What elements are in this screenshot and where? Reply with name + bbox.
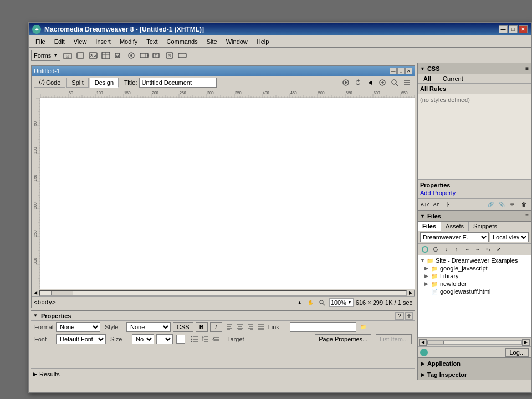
css-edit-btn[interactable]: ✏ <box>508 200 518 209</box>
css-add-property-link[interactable]: Add Property <box>420 190 529 196</box>
css-dot-btn[interactable]: ·|· <box>442 200 452 209</box>
style-select[interactable]: None <box>126 322 171 332</box>
page-properties-btn[interactable]: Page Properties... <box>315 334 371 344</box>
h-scroll-left-btn[interactable]: ◀ <box>419 339 427 346</box>
css-attach-btn[interactable]: 📎 <box>497 200 507 209</box>
minimize-button[interactable]: — <box>499 25 508 33</box>
ordered-list-btn[interactable]: 1.2.3. <box>200 334 210 344</box>
connect-btn[interactable] <box>420 245 430 254</box>
scroll-right-btn[interactable]: ▶ <box>407 290 415 296</box>
zoom-tool-btn[interactable] <box>317 298 327 308</box>
expand-files-btn[interactable]: ⤢ <box>494 245 504 254</box>
css-tab-all[interactable]: All <box>418 74 437 83</box>
bold-button[interactable]: B <box>196 322 208 332</box>
menu-insert[interactable]: Insert <box>91 37 115 46</box>
files-scroll-thumb[interactable] <box>427 341 444 344</box>
view-design-btn[interactable]: Design <box>90 78 119 88</box>
insert-checkbox-btn[interactable] <box>112 49 125 62</box>
check-in-btn[interactable]: → <box>473 245 483 254</box>
sync-btn[interactable]: ⇆ <box>483 245 493 254</box>
view-mode-select[interactable]: Local view <box>490 232 529 242</box>
doc-close-btn[interactable]: ✕ <box>405 68 412 74</box>
files-tab-files[interactable]: Files <box>418 222 441 231</box>
tree-site-root[interactable]: ▼ 📁 Site - Dreamweaver Examples <box>418 257 531 264</box>
nav-right-btn[interactable] <box>377 78 388 88</box>
select-tool-btn[interactable]: ▲ <box>295 298 305 308</box>
insert-tag-btn[interactable]: ⊡ <box>62 49 74 62</box>
preview-btn[interactable] <box>340 78 351 88</box>
h-scroll-right-btn[interactable]: ▶ <box>522 339 530 346</box>
menu-commands[interactable]: Commands <box>162 37 202 46</box>
view-code-btn[interactable]: ⟨/⟩ Code <box>34 78 65 88</box>
refresh-btn[interactable] <box>352 78 364 88</box>
doc-minimize-btn[interactable]: — <box>390 68 397 74</box>
pan-tool-btn[interactable]: ✋ <box>306 298 316 308</box>
align-left-btn[interactable] <box>224 322 234 332</box>
h-scroll-track[interactable] <box>39 290 407 296</box>
menu-site[interactable]: Site <box>202 37 222 46</box>
log-button[interactable]: Log... <box>505 348 529 357</box>
tree-item-newfolder[interactable]: ▶ 📁 newfolder <box>418 280 531 288</box>
tree-item-library[interactable]: ▶ 📁 Library <box>418 272 531 280</box>
menu-help[interactable]: Help <box>252 37 274 46</box>
tree-item-html-file[interactable]: ▶ 📄 googlewastuff.html <box>418 288 531 295</box>
insert-button-btn[interactable] <box>176 49 188 62</box>
menu-text[interactable]: Text <box>142 37 162 46</box>
view-split-btn[interactable]: Split <box>66 78 88 88</box>
maximize-button[interactable]: □ <box>509 25 518 33</box>
insert-select-btn[interactable]: ▼ <box>138 49 150 62</box>
check-out-btn[interactable]: ← <box>462 245 472 254</box>
nav-left-btn[interactable]: ◀ <box>365 78 376 88</box>
align-right-btn[interactable] <box>245 322 255 332</box>
files-tab-assets[interactable]: Assets <box>441 222 469 231</box>
css-button[interactable]: CSS <box>173 322 193 332</box>
h-scroll-thumb[interactable] <box>51 291 73 295</box>
align-justify-btn[interactable] <box>256 322 266 332</box>
insert-hidden-btn[interactable]: S <box>163 49 176 62</box>
zoom-select[interactable]: 100% ▼ <box>329 298 354 307</box>
text-color-swatch[interactable] <box>176 335 185 344</box>
files-scroll-track[interactable] <box>427 340 522 345</box>
menu-window[interactable]: Window <box>222 37 252 46</box>
menu-edit[interactable]: Edit <box>50 37 69 46</box>
document-title-input[interactable] <box>139 78 217 88</box>
tag-inspector-panel-header[interactable]: ▶ Tag Inspector <box>418 369 531 380</box>
css-delete-btn[interactable]: 🗑 <box>519 200 529 209</box>
properties-help-btn[interactable]: ? <box>395 312 404 320</box>
tree-item-google-js[interactable]: ▶ 📁 google_javascript <box>418 264 531 272</box>
css-tab-current[interactable]: Current <box>437 74 469 83</box>
insert-image-btn[interactable] <box>87 49 99 62</box>
css-az-btn[interactable]: Az <box>431 200 441 209</box>
design-canvas[interactable] <box>40 98 415 289</box>
put-files-btn[interactable]: ↑ <box>452 245 462 254</box>
menu-view[interactable]: View <box>69 37 91 46</box>
get-files-btn[interactable]: ↓ <box>441 245 451 254</box>
refresh-files-btn[interactable] <box>431 245 441 254</box>
format-select[interactable]: None <box>56 322 100 332</box>
application-panel-header[interactable]: ▶ Application <box>418 358 531 369</box>
insert-div-btn[interactable] <box>74 49 86 62</box>
size-select[interactable]: None <box>132 334 154 344</box>
doc-tab[interactable]: Untitled-1 <box>34 68 389 74</box>
css-panel-menu-btn[interactable]: ≡ <box>525 65 529 71</box>
css-link-btn[interactable]: 🔗 <box>485 200 495 209</box>
font-select[interactable]: Default Font <box>56 334 106 344</box>
view-options-btn[interactable] <box>401 78 412 88</box>
outdent-btn[interactable] <box>211 334 221 344</box>
properties-expand-btn[interactable] <box>405 312 413 320</box>
link-input[interactable] <box>290 322 356 332</box>
close-button[interactable]: ✕ <box>519 25 528 33</box>
doc-maximize-btn[interactable]: □ <box>397 68 405 74</box>
list-item-btn[interactable]: List Item... <box>376 334 412 344</box>
insert-radio-btn[interactable] <box>125 49 137 62</box>
scroll-left-btn[interactable]: ◀ <box>32 290 39 296</box>
italic-button[interactable]: I <box>210 322 222 332</box>
insert-text-btn[interactable]: T <box>151 49 163 62</box>
files-panel-menu-btn[interactable]: ≡ <box>525 213 529 219</box>
size-unit-select[interactable] <box>156 334 173 344</box>
align-center-btn[interactable] <box>235 322 245 332</box>
insert-table-btn[interactable] <box>100 49 112 62</box>
link-folder-btn[interactable]: 📁 <box>359 322 369 332</box>
menu-modify[interactable]: Modify <box>115 37 142 46</box>
forms-dropdown[interactable]: Forms ▼ <box>31 50 60 61</box>
